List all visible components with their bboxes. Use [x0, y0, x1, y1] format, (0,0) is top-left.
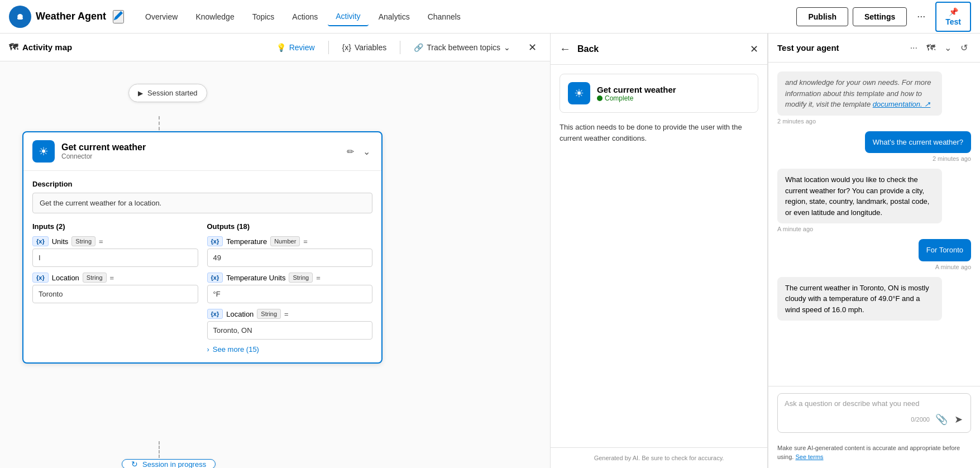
temp-units-value: °F	[207, 285, 373, 303]
main-layout: 🗺 Activity map 💡 Review {x} Variables 🔗 …	[0, 34, 980, 468]
publish-button[interactable]: Publish	[796, 7, 848, 26]
nav-link-channels[interactable]: Channels	[420, 7, 469, 26]
input-tag-row-units: {x} Units String =	[32, 236, 198, 246]
session-progress-label: Session in progress	[142, 460, 206, 469]
nav-link-overview[interactable]: Overview	[137, 7, 185, 26]
toolbar-divider	[328, 41, 329, 54]
output-row-temp-units: {x} Temperature Units String = °F	[207, 273, 373, 303]
see-more-button[interactable]: › See more (15)	[207, 345, 373, 354]
settings-button[interactable]: Settings	[853, 7, 907, 26]
chat-header: Test your agent ··· 🗺 ⌄ ↺	[768, 34, 980, 63]
chat-message-5: The current weather in Toronto, ON is mo…	[777, 277, 942, 321]
chat-header-actions: ··· 🗺 ⌄ ↺	[907, 40, 971, 55]
inputs-label: Inputs (2)	[32, 222, 198, 231]
activity-toolbar-title: 🗺 Activity map	[9, 42, 72, 52]
temp-units-var-tag: {x}	[207, 273, 223, 283]
chat-input-area: Ask a question or describe what you need…	[768, 386, 980, 440]
card-title-block: Get current weather Connector	[61, 142, 345, 160]
loc-str-type: String	[257, 309, 281, 319]
action-back-button[interactable]: ←	[560, 42, 571, 55]
temp-var-tag: {x}	[207, 236, 223, 246]
input-row-location: {x} Location String = Toronto	[32, 273, 198, 303]
chat-input-counter: 0/2000	[911, 416, 930, 423]
status-dot	[597, 95, 603, 101]
inputs-col: Inputs (2) {x} Units String = I	[32, 222, 198, 354]
card-expand-button[interactable]: ⌄	[361, 144, 372, 159]
chat-timestamp-1: 2 minutes ago	[777, 118, 942, 125]
location-type: String	[83, 273, 107, 283]
chat-panel: Test your agent ··· 🗺 ⌄ ↺ and knowledge …	[768, 34, 980, 468]
action-card-icon: ☀	[568, 82, 590, 104]
test-pin-icon: 📌	[949, 7, 958, 16]
temp-value: 49	[207, 249, 373, 267]
chat-send-button[interactable]: ➤	[953, 412, 964, 427]
chat-title: Test your agent	[777, 43, 907, 52]
action-card-title: Get current weather	[597, 85, 750, 94]
action-card-info: Get current weather Complete	[597, 85, 750, 102]
action-close-button[interactable]: ✕	[750, 43, 758, 55]
temp-type: Number	[270, 236, 300, 246]
chat-attach-button[interactable]: 📎	[934, 412, 949, 427]
session-progress-node: ↻ Session in progress	[122, 459, 216, 468]
session-started-node: ▶ Session started	[128, 84, 207, 102]
documentation-link[interactable]: documentation. ↗	[873, 100, 931, 108]
map-icon: 🗺	[9, 42, 18, 52]
units-type: String	[71, 236, 95, 246]
location-value: Toronto	[32, 285, 198, 303]
activity-map-label: Activity map	[22, 42, 72, 52]
output-row-temperature: {x} Temperature Number = 49	[207, 236, 373, 267]
session-progress-icon: ↻	[131, 460, 138, 468]
chat-map-button[interactable]: 🗺	[923, 40, 939, 55]
location-var-tag: {x}	[32, 273, 49, 283]
review-button[interactable]: 💡 Review	[270, 40, 322, 55]
chat-expand-button[interactable]: ⌄	[941, 40, 955, 55]
review-icon: 💡	[276, 43, 286, 52]
more-button[interactable]: ···	[911, 6, 931, 27]
canvas: ▶ Session started ☀ Get current weather …	[0, 61, 550, 468]
track-chevron: ⌄	[504, 43, 510, 52]
units-eq: =	[99, 237, 103, 246]
io-grid: Inputs (2) {x} Units String = I	[32, 222, 372, 354]
toolbar-close-button[interactable]: ✕	[524, 39, 541, 56]
chat-more-button[interactable]: ···	[907, 40, 921, 55]
chat-footer-link[interactable]: See terms	[795, 453, 823, 460]
action-panel-title: Back	[577, 44, 750, 54]
action-card-status: Complete	[597, 94, 750, 102]
chat-refresh-button[interactable]: ↺	[957, 40, 971, 55]
chat-footer: Make sure AI-generated content is accura…	[768, 440, 980, 468]
see-more-icon: ›	[207, 345, 209, 354]
location-eq: =	[110, 274, 114, 282]
chat-bubble-5: The current weather in Toronto, ON is mo…	[777, 277, 942, 321]
activity-area: 🗺 Activity map 💡 Review {x} Variables 🔗 …	[0, 34, 550, 468]
card-subtitle: Connector	[61, 152, 345, 160]
nav-link-analytics[interactable]: Analytics	[371, 7, 418, 26]
output-row-location-string: {x} Location String = Toronto, ON	[207, 309, 373, 340]
output-tag-row-temp-units: {x} Temperature Units String =	[207, 273, 373, 283]
temp-name: Temperature	[226, 237, 267, 246]
chat-bubble-1: and knowledge for your own needs. For mo…	[777, 71, 942, 116]
nav-link-activity[interactable]: Activity	[328, 7, 368, 26]
action-card: ☀ Get current weather Complete	[560, 74, 758, 113]
play-icon: ▶	[138, 89, 143, 97]
loc-str-value: Toronto, ON	[207, 321, 373, 340]
card-edit-button[interactable]: ✏	[345, 144, 356, 159]
nav-edit-button[interactable]	[113, 10, 124, 23]
outputs-label: Outputs (18)	[207, 222, 373, 231]
chat-messages: and knowledge for your own needs. For mo…	[768, 63, 980, 386]
output-tag-row-temp: {x} Temperature Number =	[207, 236, 373, 246]
description-label: Description	[32, 180, 372, 188]
action-panel-header: ← Back ✕	[551, 34, 767, 65]
input-row-units: {x} Units String = I	[32, 236, 198, 267]
nav-link-actions[interactable]: Actions	[284, 7, 326, 26]
track-topics-button[interactable]: 🔗 Track between topics ⌄	[407, 40, 517, 55]
card-header-actions: ✏ ⌄	[345, 144, 372, 159]
nav-link-knowledge[interactable]: Knowledge	[188, 7, 242, 26]
nav-links: Overview Knowledge Topics Actions Activi…	[137, 7, 792, 26]
variables-button[interactable]: {x} Variables	[336, 40, 394, 55]
chat-message-4: For Toronto A minute ago	[919, 239, 971, 270]
variables-icon: {x}	[342, 43, 351, 52]
nav-link-topics[interactable]: Topics	[245, 7, 283, 26]
test-button[interactable]: 📌 Test	[935, 2, 971, 32]
chat-message-3: What location would you like to check th…	[777, 169, 942, 232]
chat-message-1: and knowledge for your own needs. For mo…	[777, 71, 942, 125]
